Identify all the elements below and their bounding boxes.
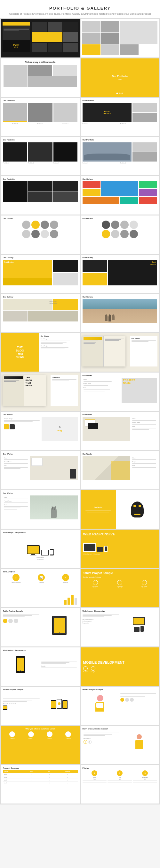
slide-30-title: Tablet Project Sample	[83, 571, 157, 575]
slide-21[interactable]: Our Works Graphic Design Sling	[1, 412, 80, 450]
slide-13-label: Our Gallery	[3, 257, 78, 258]
slide-11[interactable]: Our Gallery	[1, 215, 80, 254]
slide-10-label: Our Gallery	[83, 178, 157, 180]
slide-14-label: Our Gallery	[83, 257, 157, 258]
slide-12[interactable]: Our Gallery	[81, 215, 159, 254]
slide-36[interactable]: Mobile Project Sample	[81, 687, 159, 725]
slide-17[interactable]: THEBLOGTHATNEWS Our Works Print Design A…	[1, 333, 80, 372]
slide-38-label: Don't know what to choose!	[83, 728, 157, 730]
slide-28-title: WEB RESPONSIVE	[83, 532, 157, 536]
slide-32-label: Webdesign - Responsive	[83, 610, 157, 612]
slide-21-label: Our Works	[3, 414, 78, 416]
slide-37[interactable]: Why you should purchase vero? Feature 1 …	[1, 726, 80, 764]
slide-32[interactable]: Webdesign - Responsive Full Budget Contr…	[81, 608, 159, 646]
slide-27-label: Webdesign - Responsive	[3, 531, 78, 533]
slide-4-label: Our Portfolio	[112, 75, 128, 78]
slide-27[interactable]: Webdesign - Responsive	[1, 530, 80, 568]
slide-30-subtitle: Get the fantastic features	[83, 576, 157, 578]
slide-5[interactable]: Our Portfolio Portfolio 1 Portfolio 2 Po…	[1, 98, 80, 136]
slide-23[interactable]: Our Works Client Project Name Brief	[1, 451, 80, 489]
slide-20-label: Our Works	[83, 374, 157, 376]
slide-13[interactable]: Our Gallery Print Design	[1, 255, 80, 293]
slide-2[interactable]	[81, 19, 159, 58]
slide-12-label: Our Gallery	[83, 217, 157, 219]
slide-14[interactable]: Our Gallery PrintDesign	[81, 255, 159, 293]
slide-17-label: Our Works	[41, 335, 78, 337]
slide-38[interactable]: Don't know what to choose! Plan options …	[81, 726, 159, 764]
slide-34-title: MOBILE DEVELOPMENT	[83, 660, 125, 665]
slide-4[interactable]: Our Portfolio Slide	[81, 58, 159, 97]
slide-37-label: Why you should purchase vero?	[3, 728, 78, 730]
slide-24[interactable]: Our Works Client Project Brief	[81, 451, 159, 489]
slide-16-label: Our Gallery	[83, 296, 157, 298]
slide-16[interactable]: Our Gallery	[81, 294, 159, 332]
slide-40-label: Pricing	[83, 767, 157, 769]
slide-10[interactable]: Our Gallery	[81, 176, 159, 215]
slide-3[interactable]: Pictures say a million words.	[1, 58, 80, 97]
slide-20[interactable]: Our Works Client Project Name Brief PROJ…	[81, 373, 159, 411]
slide-25[interactable]: Our Works Client Project Name Brief	[1, 490, 80, 529]
slide-6[interactable]: Our Portfolio BUCKPORTER Portfolio 1 Por…	[81, 98, 159, 136]
slide-26-label: Our Works	[94, 506, 102, 508]
slide-9[interactable]: Our Portfolio	[1, 176, 80, 215]
slide-35-label: Mobile Project Sample	[3, 689, 78, 690]
slide-9-label: Our Portfolio	[3, 178, 78, 180]
slide-34[interactable]: MOBILE DEVELOPMENT Certify Me Certify Me	[81, 647, 159, 686]
slide-29[interactable]: SEO Analysis ⚡ Target Solutions 📊 Analyt…	[1, 569, 80, 607]
slide-28[interactable]: WEB RESPONSIVE In Development Responsive	[81, 530, 159, 568]
slide-18-label: Our Works	[132, 337, 156, 339]
slide-33[interactable]: Webdesign - Responsive Sample	[1, 647, 80, 686]
slide-8-label: Our Portfolio	[83, 139, 157, 141]
slide-6-label: Our Portfolio	[83, 100, 157, 101]
slide-22-label: Our Works	[83, 414, 157, 416]
page-subtitle: Consists of Product Showcase, Pricing Ta…	[3, 12, 157, 16]
slide-31[interactable]: Tablet Project Sample	[1, 608, 80, 646]
slide-19[interactable]: THEBLOGTHATNEWS Our Works	[1, 373, 80, 411]
slide-23-label: Our Works	[3, 453, 78, 455]
slide-5-label: Our Portfolio	[3, 100, 78, 101]
slide-25-label: Our Works	[3, 492, 78, 494]
page-title: PORTFOLIO & GALLERY	[3, 6, 157, 10]
slide-11-label: Our Gallery	[3, 217, 78, 219]
slide-33-label: Webdesign - Responsive	[3, 649, 78, 651]
slide-26[interactable]: Our Works	[81, 490, 159, 529]
slide-36-label: Mobile Project Sample	[83, 689, 157, 690]
slide-40[interactable]: Pricing $ Basic Free $ Pro $29	[81, 765, 159, 804]
slide-39-label: Product Compare	[3, 767, 78, 769]
slide-18[interactable]: Our Works	[81, 333, 159, 372]
slide-24-label: Our Works	[83, 453, 157, 455]
slide-7[interactable]: Our Portfolio Portfolio 1 Portfolio 2 Po…	[1, 137, 80, 175]
slide-15-label: Our Gallery	[3, 296, 78, 298]
slide-8[interactable]: Our Portfolio Portfolio 1 Portfolio 2	[81, 137, 159, 175]
slide-31-label: Tablet Project Sample	[3, 610, 78, 612]
slides-grid: PORTICA	[0, 18, 160, 804]
slide-7-label: Our Portfolio	[3, 139, 78, 141]
slide-30[interactable]: Tablet Project Sample Get the fantastic …	[81, 569, 159, 607]
slide-22[interactable]: Our Works Client Project Name Brief	[81, 412, 159, 450]
slide-15[interactable]: Our Gallery Lorem ipsum About Project	[1, 294, 80, 332]
slide-39[interactable]: Product Compare Feature Basic Pro Premiu…	[1, 765, 80, 804]
slide-19-label: Our Works	[52, 377, 77, 379]
slide-29-label: SEO Analysis	[3, 571, 78, 573]
slide-35[interactable]: Mobile Project Sample iPhone X Credit Ca…	[1, 687, 80, 725]
slide-1[interactable]: PORTICA	[1, 19, 80, 58]
page-header: PORTFOLIO & GALLERY Consists of Product …	[0, 0, 160, 18]
slide-3-title: Pictures say a million words.	[3, 61, 77, 63]
